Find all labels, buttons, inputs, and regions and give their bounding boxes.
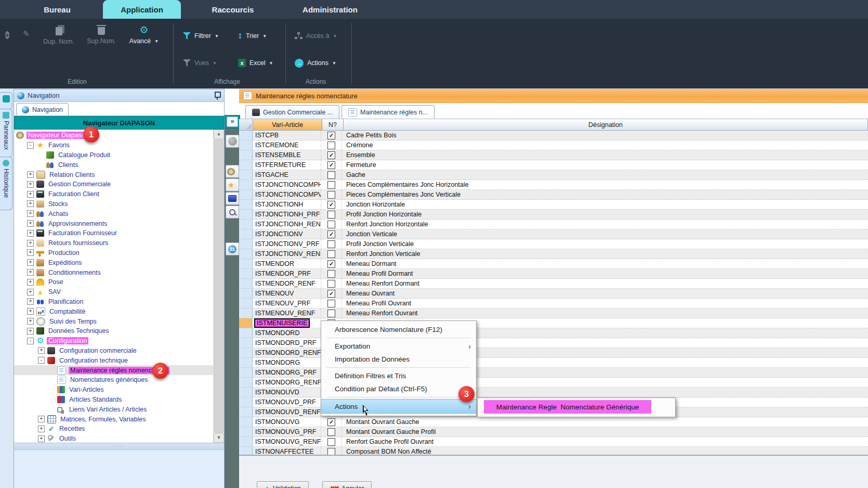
row-indicator[interactable] [239, 417, 253, 427]
tree-item[interactable]: +Approvisionnements [14, 219, 213, 228]
table-row[interactable]: ISTMENOUV_PRFMeneau Profil Ouvrant [239, 299, 868, 309]
checkbox-unchecked[interactable] [327, 448, 335, 455]
cell-designation[interactable]: Montant Ouvrant Gauche [342, 417, 868, 427]
tree-item[interactable]: Maintenance régles nomenclature [14, 365, 213, 375]
tree-item[interactable]: Catalogue Produit [14, 150, 213, 160]
avance-button[interactable]: ⚙ Avancé▼ [124, 25, 164, 45]
cell-vari-article[interactable]: ISTMENDOR [253, 259, 321, 268]
checkbox-unchecked[interactable] [327, 438, 335, 446]
row-indicator[interactable] [239, 427, 253, 437]
cell-checkbox[interactable] [321, 299, 342, 308]
tree-item[interactable]: +Outils [14, 434, 213, 443]
cell-vari-article[interactable]: ISTMONOUVG [253, 417, 321, 427]
expand-icon[interactable]: + [27, 269, 34, 276]
tree-item[interactable]: +Stocks [14, 199, 213, 209]
cell-vari-article[interactable]: ISTENSEMBLE [253, 150, 321, 160]
expand-icon[interactable]: + [38, 426, 45, 432]
cell-checkbox[interactable] [321, 279, 342, 288]
tree-scrollbar[interactable]: ▲ ▼ [213, 130, 224, 443]
row-indicator[interactable] [239, 407, 253, 417]
cell-vari-article[interactable]: ISTJONCTIONV_PRF [253, 239, 321, 249]
tab-maintenance-regles[interactable]: Maintenance régles n... [341, 105, 435, 119]
cell-vari-article[interactable]: ISTMONOUVD_RENF [253, 407, 321, 417]
row-indicator[interactable] [239, 220, 253, 229]
cell-checkbox[interactable]: ✓ [321, 200, 342, 209]
trier-button[interactable]: ▲▼ Trier ▼ [238, 29, 267, 43]
menu-item-actions[interactable]: Actions› [321, 399, 476, 414]
cell-designation[interactable]: Gache [342, 170, 868, 179]
expand-icon[interactable]: + [27, 200, 34, 207]
cell-designation[interactable]: Meneau Profil Dormant [342, 269, 868, 278]
cell-checkbox[interactable] [321, 437, 342, 446]
checkbox-unchecked[interactable] [327, 191, 335, 199]
tree-item[interactable]: -Configuration technique [14, 355, 213, 365]
table-row[interactable]: ISTNONAFFECTEEComposant BOM Non Affecté [239, 447, 868, 455]
cell-vari-article[interactable]: ISTMONOUVD_PRF [253, 397, 321, 407]
table-row[interactable]: ISTGACHEGache [239, 170, 868, 180]
menu-item-arborescence-nomenclature-f12-[interactable]: Arborescence Nomenclature (F12) [321, 323, 476, 336]
column-header-n[interactable]: N? [322, 119, 344, 131]
expand-icon[interactable]: + [27, 259, 34, 266]
menu-item-condition-par-d-faut-ctrl-f5-[interactable]: Condition par Défaut (Ctrl-F5) [321, 382, 476, 395]
cell-checkbox[interactable] [321, 269, 342, 278]
vues-button[interactable]: Vues ▼ [183, 56, 217, 70]
cell-vari-article[interactable]: ISTMENOUV_RENF [253, 309, 321, 318]
row-indicator[interactable] [239, 368, 253, 378]
validation-button[interactable]: ✦ Validation [257, 481, 309, 488]
row-indicator[interactable] [239, 318, 253, 328]
expand-icon[interactable]: + [27, 308, 34, 315]
cell-checkbox[interactable]: ✓ [321, 131, 342, 140]
cell-vari-article[interactable]: ISTJONCTIONH_PRF [253, 210, 321, 219]
table-row[interactable]: ISTMONOUVG_PRFMontant Ouvrant Gauche Pro… [239, 427, 868, 437]
table-row[interactable]: ISTMENOUV✓Meneau Ouvrant [239, 289, 868, 299]
cell-checkbox[interactable] [321, 427, 342, 436]
cell-designation[interactable]: Pieces Complémentaires Jonc Verticale [342, 190, 868, 199]
table-row[interactable]: ISTMONOUVG_RENFRenfort Gauche Profil Ouv… [239, 437, 868, 447]
cell-checkbox[interactable]: ✓ [321, 229, 342, 239]
expand-icon[interactable]: + [27, 249, 34, 256]
table-row[interactable]: ISTCPB✓Cadre Petits Bois [239, 131, 868, 140]
expand-icon[interactable]: + [27, 328, 34, 335]
collapse-icon[interactable]: - [27, 142, 34, 149]
cell-vari-article[interactable]: ISTCPB [253, 131, 321, 140]
row-indicator[interactable] [239, 190, 253, 200]
menu-item-exportation[interactable]: Exportation› [321, 340, 476, 353]
cell-designation[interactable]: Pieces Complémentaires Jonc Horizontale [342, 180, 868, 189]
tree-item[interactable]: +Expéditions [14, 258, 213, 267]
cell-vari-article[interactable]: ISTMONDORD_RENF [253, 348, 321, 357]
checkbox-checked[interactable]: ✓ [327, 290, 335, 298]
menubar-tab-raccourcis[interactable]: Raccourcis [202, 0, 264, 19]
cell-designation[interactable]: Profil Jonction Verticale [342, 239, 868, 249]
excel-button[interactable]: x Excel ▼ [238, 56, 273, 70]
table-row[interactable]: ISTJONCTIONV_PRFProfil Jonction Vertical… [239, 239, 868, 249]
tree-item[interactable]: +Facturation Fournisseur [14, 228, 213, 238]
dup-nom-button[interactable]: Dup. Nom. [41, 25, 77, 45]
checkbox-checked[interactable]: ✓ [327, 151, 335, 159]
tree-item[interactable]: +Gestion Commerciale [14, 179, 213, 189]
cell-vari-article[interactable]: ISTMONOUVG_RENF [253, 437, 321, 446]
checkbox-checked[interactable]: ✓ [327, 230, 335, 238]
expand-icon[interactable]: + [27, 298, 34, 305]
cell-designation[interactable]: Renfort Jonction Verticale [342, 249, 868, 259]
tab-panneaux[interactable]: Panneaux [0, 109, 12, 157]
pin-icon[interactable] [215, 92, 221, 98]
cell-vari-article[interactable]: ISTJONCTIONV [253, 229, 321, 239]
cell-checkbox[interactable]: ✓ [321, 289, 342, 298]
tree-item[interactable]: +Production [14, 248, 213, 258]
cell-vari-article[interactable]: ISTJONCTIONV_RENF [253, 249, 321, 259]
cell-vari-article[interactable]: ISTFERMETURE [253, 160, 321, 170]
cell-checkbox[interactable]: ✓ [321, 160, 342, 170]
cell-vari-article[interactable]: ISTMENOUV_PRF [253, 299, 321, 308]
cell-vari-article[interactable]: ISTMONDORD_PRF [253, 338, 321, 348]
checkbox-checked[interactable]: ✓ [327, 132, 335, 139]
row-indicator[interactable] [239, 299, 253, 309]
expand-icon[interactable]: + [27, 220, 34, 227]
tree-item[interactable]: +Configuration commerciale [14, 346, 213, 356]
cell-checkbox[interactable] [321, 220, 342, 229]
menubar-tab-administration[interactable]: Administration [288, 0, 372, 19]
table-row[interactable]: ISTMONOUVG✓Montant Ouvrant Gauche [239, 417, 868, 427]
checkbox-unchecked[interactable] [327, 310, 335, 317]
tree-item[interactable]: +Recettes [14, 424, 213, 434]
tree-item[interactable]: Navigateur Diapason [14, 131, 213, 140]
cell-vari-article[interactable]: ISTMONOUVG_PRF [253, 427, 321, 436]
